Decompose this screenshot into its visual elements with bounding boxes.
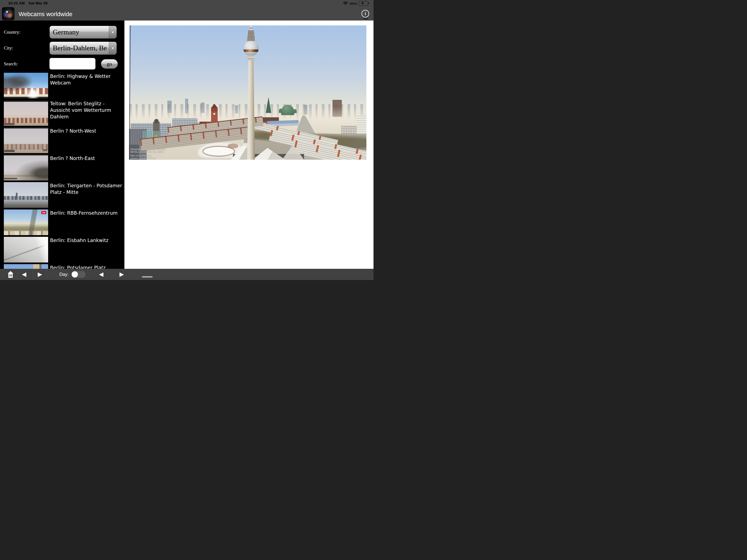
svg-text:H: H <box>9 274 12 278</box>
day-toggle[interactable] <box>71 271 85 278</box>
webcam-thumbnail <box>4 264 48 269</box>
webcam-list: Berlin: Highway & Wetter Webcam Teltow: … <box>4 73 124 269</box>
app-title: Webcams worldwide <box>19 11 73 18</box>
sidebar: Country: Germany ▼ City: Berlin-Dahlem, … <box>0 21 124 269</box>
day-forward-button[interactable]: ▶ <box>118 269 126 280</box>
list-item[interactable]: Teltow: Berlin Steglitz - Aussicht vom W… <box>4 100 124 126</box>
net-label: net <box>361 17 370 20</box>
webcam-title: Berlin: Eisbahn Lankwitz <box>50 237 124 262</box>
list-item[interactable]: Berlin: Eisbahn Lankwitz <box>4 237 124 262</box>
cathedral-cupola <box>294 109 297 113</box>
webcam-title: Berlin: Potsdamer Platz <box>50 264 124 269</box>
forward-icon: ▶ <box>120 272 124 277</box>
rathaus-spire <box>211 104 217 108</box>
status-time-date: 10:22 AMSat Mar 28 <box>8 1 51 5</box>
country-value: Germany <box>53 26 109 38</box>
header-bar: 10:22 AMSat Mar 28 94% Webcams worldwide… <box>0 0 374 21</box>
info-icon: i <box>365 11 366 16</box>
webcam-title: Berlin: Highway & Wetter Webcam <box>50 73 124 98</box>
webcam-thumbnail <box>4 237 48 262</box>
battery-bolt-icon <box>361 1 364 5</box>
home-icon: H <box>7 271 14 278</box>
list-item[interactable]: Berlin: Tiergarten - Potsdamer Platz - M… <box>4 182 124 208</box>
camera-lens-icon <box>3 8 14 19</box>
stadthaus-dome <box>154 119 159 123</box>
webcam-title: Berlin ? North-East <box>50 155 124 180</box>
webcam-thumbnail <box>4 100 48 126</box>
battery-percent: 94% <box>350 2 357 6</box>
list-item[interactable]: Berlin ? North-East <box>4 155 124 180</box>
go-button[interactable]: go <box>101 59 118 69</box>
tower-rings <box>248 57 255 60</box>
list-item[interactable]: Berlin ? North-West <box>4 127 124 153</box>
info-button[interactable]: i <box>361 10 369 18</box>
day-back-button[interactable]: ◀ <box>97 269 105 280</box>
webcam-thumbnail <box>4 73 48 98</box>
search-input[interactable] <box>50 58 96 70</box>
webcam-thumbnail: rbb <box>4 209 48 235</box>
back-button[interactable]: ◀ <box>20 269 28 280</box>
list-item[interactable]: rbb Berlin: RBB-Fernsehzentrum <box>4 209 124 235</box>
forward-button[interactable]: ▶ <box>36 269 44 280</box>
battery-nub <box>368 2 369 4</box>
photo-caption: Alexanderplatz, Berlin, Germany 09:55(+0… <box>130 148 166 160</box>
list-item[interactable]: Berlin: Potsdamer Platz <box>4 264 124 269</box>
app-icon <box>2 7 15 20</box>
tower-antenna <box>250 26 252 31</box>
list-item[interactable]: Berlin: Highway & Wetter Webcam <box>4 73 124 98</box>
status-time: 10:22 AM <box>8 1 25 5</box>
chevron-down-icon: ▼ <box>109 26 117 38</box>
caption-source: Park Inn by Radisson <box>130 154 166 157</box>
webcam-thumbnail <box>4 127 48 153</box>
webcam-title: Berlin: Tiergarten - Potsdamer Platz - M… <box>50 182 124 208</box>
tower-lattice <box>247 30 255 41</box>
webcam-thumbnail <box>4 182 48 208</box>
toggle-knob <box>72 271 78 278</box>
sphere-window-band <box>243 50 259 52</box>
city-dropdown[interactable]: Berlin-Dahlem, Be ▼ <box>50 42 117 55</box>
marienkirche-spire <box>266 97 271 113</box>
cathedral-cupola <box>279 108 282 113</box>
webcam-photo[interactable]: Alexanderplatz, Berlin, Germany 09:55(+0… <box>129 25 366 160</box>
home-button[interactable]: H <box>6 269 15 280</box>
rbb-badge: rbb <box>41 211 46 214</box>
battery-charging-icon <box>359 1 368 6</box>
webcam-title: Berlin: RBB-Fernsehzentrum <box>50 209 124 235</box>
city-value: Berlin-Dahlem, Be <box>53 42 109 54</box>
country-label: Country: <box>4 29 20 35</box>
chevron-down-icon: ▼ <box>109 42 117 54</box>
caption-location: Alexanderplatz, Berlin, Germany <box>130 148 166 151</box>
status-date: Sat Mar 28 <box>28 1 48 5</box>
day-label: Day: <box>59 269 69 280</box>
search-label: Search: <box>4 61 18 67</box>
bottom-toolbar: H ◀ ▶ Day: ◀ ▶ <box>0 269 374 280</box>
caption-timestamp: 09:55(+01:00) 28th Mar 2020 <box>130 151 166 154</box>
back-icon: ◀ <box>99 272 103 277</box>
country-dropdown[interactable]: Germany ▼ <box>50 26 117 39</box>
curved-roof-patch <box>228 144 238 149</box>
go-button-label: go <box>107 61 112 67</box>
rathaus-clock <box>213 113 215 115</box>
app-screen: 10:22 AMSat Mar 28 94% Webcams worldwide… <box>0 0 374 280</box>
status-right: 94% <box>343 1 368 6</box>
caption-url: parkinn.com/hotel-berlin <box>130 157 166 160</box>
horizontal-scrollbar[interactable] <box>142 276 153 278</box>
tower-sphere <box>243 41 259 56</box>
webcam-title: Berlin ? North-West <box>50 127 124 153</box>
city-label: City: <box>4 45 13 51</box>
webcam-thumbnail <box>4 155 48 180</box>
webcam-title: Teltow: Berlin Steglitz - Aussicht vom W… <box>50 100 124 126</box>
wifi-icon <box>343 2 348 5</box>
forward-icon: ▶ <box>38 272 42 277</box>
back-icon: ◀ <box>22 272 26 277</box>
